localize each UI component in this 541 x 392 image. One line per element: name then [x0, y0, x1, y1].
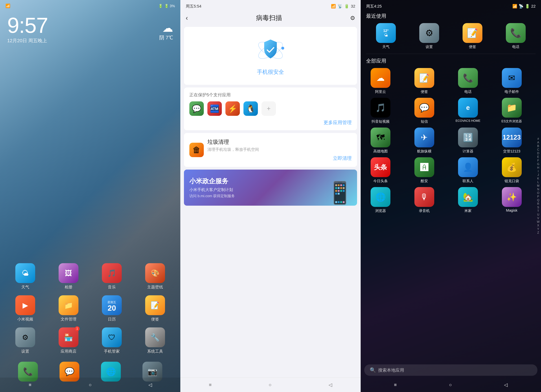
app-es[interactable]: 📁 ES文件浏览器 — [495, 98, 528, 124]
app-theme-icon: 🎨 — [145, 263, 165, 283]
app-weather-icon: 🌤 — [15, 263, 35, 283]
app-traffic[interactable]: 12123 交管12123 — [495, 128, 528, 154]
p3-nav-back[interactable]: ◁ — [504, 382, 508, 388]
app-ecovacs[interactable]: e ECOVACS HOME — [452, 98, 484, 124]
app-notes-icon: 📝 — [145, 295, 165, 315]
app-settings[interactable]: ⚙ 设置 — [9, 327, 42, 354]
recent-app-notes[interactable]: 📝 便签 — [456, 23, 489, 49]
app-browser[interactable]: 🌐 浏览器 — [364, 187, 397, 213]
p2-manage-button[interactable]: 更多应用管理 — [189, 120, 352, 126]
recent-weather-icon: 12° 🌤 — [376, 23, 396, 43]
app-weather[interactable]: 🌤 天气 — [9, 263, 42, 290]
protect-app-qq[interactable]: 🐧 — [244, 101, 258, 116]
ecovacs-icon: e — [458, 98, 478, 118]
app-theme-label: 主题壁纸 — [147, 284, 163, 290]
app-douyin[interactable]: 🎵 抖音短视频 — [364, 98, 397, 124]
app-settings-icon: ⚙ — [15, 327, 35, 347]
app-aliyun[interactable]: ☁ 阿里云 — [364, 68, 397, 94]
contacts-icon: 👤 — [458, 157, 478, 177]
recent-phone-label: 电话 — [512, 44, 519, 49]
wallet-label: 链克口袋 — [505, 179, 519, 183]
protect-app-3[interactable]: ⚡ — [225, 101, 240, 116]
app-dianhua[interactable]: 📞 电话 — [452, 68, 484, 94]
app-tools[interactable]: 🔧 系统工具 — [139, 327, 171, 354]
p1-status-icons: 🔋 🔋 3% — [158, 4, 175, 8]
app-gaode[interactable]: 🗺 高德地图 — [364, 128, 397, 154]
bianzhu-icon: 📝 — [414, 68, 434, 88]
app-notes[interactable]: 📝 便签 — [139, 295, 171, 322]
recent-app-weather[interactable]: 12° 🌤 天气 — [370, 23, 402, 49]
app-trip[interactable]: ✈ 航旅纵横 — [408, 128, 441, 154]
p2-back-button[interactable]: ‹ — [186, 14, 188, 22]
gaode-label: 高德地图 — [373, 149, 388, 154]
app-calendar[interactable]: 星期五 20 日历 — [96, 295, 128, 322]
recent-app-settings[interactable]: ⚙ 设置 — [413, 23, 445, 49]
app-store[interactable]: 🏪 1 应用商店 — [52, 327, 85, 354]
app-security[interactable]: 🛡 手机管家 — [96, 327, 128, 354]
app-contacts[interactable]: 👤 联系人 — [452, 157, 484, 183]
traffic-icon: 12123 — [502, 128, 522, 147]
mihome-icon: 🏡 — [458, 187, 478, 207]
p3-nav-home[interactable]: ○ — [449, 382, 452, 388]
p2-nav-back[interactable]: ◁ — [328, 382, 332, 388]
app-files[interactable]: 📁 文件管理 — [52, 295, 85, 322]
app-mihome[interactable]: 🏡 米家 — [452, 187, 484, 213]
p1-nav-menu[interactable]: ≡ — [25, 382, 36, 388]
recent-app-phone[interactable]: 📞 电话 — [499, 23, 532, 49]
p2-icons: 📶 📡 🔋 32 — [331, 4, 355, 9]
app-bianzhu[interactable]: 📝 便签 — [408, 68, 441, 94]
douyin-icon: 🎵 — [371, 98, 390, 118]
app-magisk[interactable]: ✨ Magisk — [495, 187, 528, 213]
app-theme[interactable]: 🎨 主题壁纸 — [139, 263, 171, 290]
p2-banner[interactable]: 小米政企服务 小米手机大客户定制计划 访问 b.mi.com 获得定制服务 📱 — [184, 170, 357, 206]
p1-nav-home[interactable]: ○ — [85, 382, 96, 388]
app-sms[interactable]: 💬 短信 — [408, 98, 441, 124]
p2-nav-bar: ≡ ○ ◁ — [180, 378, 361, 392]
app-tools-label: 系统工具 — [147, 349, 163, 354]
protect-app-wechat[interactable]: 💬 — [189, 101, 204, 116]
ecovacs-label: ECOVACS HOME — [456, 119, 480, 123]
p2-more-apps-button[interactable]: + — [261, 101, 276, 116]
p2-time: 周五5:54 — [186, 4, 201, 9]
sms-label: 短信 — [421, 119, 428, 124]
p2-clean-button[interactable]: 立即清理 — [207, 155, 352, 162]
app-gallery[interactable]: 🖼 相册 — [52, 263, 85, 290]
p2-nav-menu[interactable]: ≡ — [209, 382, 212, 388]
app-calc[interactable]: 🔢 计算器 — [452, 128, 484, 154]
p1-time: 📶 — [5, 4, 10, 8]
p2-title: 病毒扫描 — [256, 14, 282, 22]
douyin-label: 抖音短视频 — [371, 119, 390, 124]
p1-status-bar: 📶 🔋 🔋 3% — [0, 4, 180, 8]
app-music-icon: 🎵 — [102, 263, 122, 283]
app-music[interactable]: 🎵 音乐 — [96, 263, 128, 290]
email-icon: ✉ — [502, 68, 522, 88]
es-icon: 📁 — [502, 98, 522, 118]
p2-clean-card: 🗑 垃圾清理 清理手机垃圾，释放手机空间 立即清理 — [184, 133, 357, 167]
gaode-icon: 🗺 — [371, 128, 390, 147]
p3-nav-menu[interactable]: ≡ — [394, 382, 397, 388]
protect-app-2[interactable]: 🏧 — [207, 101, 222, 116]
app-row-2: ▶ 小米视频 📁 文件管理 星期五 20 日历 📝 — [4, 295, 177, 322]
app-row-3: ⚙ 设置 🏪 1 应用商店 🛡 手机管家 🔧 — [4, 327, 177, 354]
app-security-label: 手机管家 — [104, 349, 120, 354]
p3-time: 周五4:25 — [366, 4, 382, 9]
magisk-icon: ✨ — [502, 187, 522, 207]
app-email[interactable]: ✉ 电子邮件 — [495, 68, 528, 94]
p1-nav-back[interactable]: ◁ — [145, 382, 156, 388]
wallet-icon: 💰 — [502, 157, 522, 177]
app-wallet[interactable]: 💰 链克口袋 — [495, 157, 528, 183]
app-recorder[interactable]: 🎙 录音机 — [408, 187, 441, 213]
p3-search-bar[interactable]: 🔍 搜索本地应用 — [364, 364, 537, 376]
app-video[interactable]: ▶ 小米视频 — [9, 295, 42, 322]
app-toutiao[interactable]: 头条 今日头条 — [364, 157, 397, 183]
p2-signal-icon: 📶 — [331, 4, 336, 9]
p2-nav-home[interactable]: ○ — [269, 382, 272, 388]
p2-header: ‹ 病毒扫描 ⚙ — [180, 11, 361, 25]
p3-app-grid: ☁ 阿里云 📝 便签 📞 电话 ✉ 电子邮件 🎵 抖 — [364, 66, 537, 215]
p3-nav-bar: ≡ ○ ◁ — [361, 378, 541, 392]
panel2-virus-scan: 周五5:54 📶 📡 🔋 32 ‹ 病毒扫描 ⚙ — [180, 0, 361, 392]
p1-battery-icon: 🔋 — [158, 4, 163, 8]
p2-settings-button[interactable]: ⚙ — [350, 15, 355, 21]
app-coolapk[interactable]: 🅰 酷安 — [408, 157, 441, 183]
p3-search-icon: 🔍 — [370, 367, 376, 373]
